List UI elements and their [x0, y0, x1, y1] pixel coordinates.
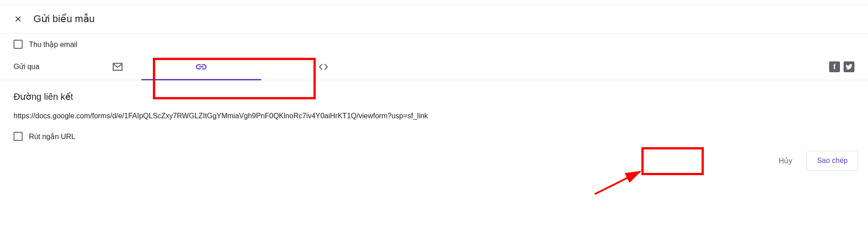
- collect-email-label: Thu thập email: [29, 40, 77, 49]
- dialog-actions: Hủy Sao chép: [773, 151, 858, 171]
- shorten-url-label: Rút ngắn URL: [29, 132, 76, 141]
- share-facebook-button[interactable]: f: [829, 61, 840, 72]
- link-url-field[interactable]: [14, 112, 854, 125]
- shorten-url-checkbox[interactable]: [14, 132, 23, 141]
- link-icon: [195, 60, 208, 73]
- share-twitter-button[interactable]: [844, 61, 854, 72]
- cancel-button[interactable]: Hủy: [773, 152, 799, 170]
- link-heading: Đường liên kết: [14, 91, 854, 102]
- mail-icon: [112, 61, 123, 73]
- close-button[interactable]: [13, 14, 24, 24]
- send-via-label: Gửi qua: [14, 62, 95, 71]
- copy-button[interactable]: Sao chép: [806, 151, 858, 171]
- send-via-row: Gửi qua f: [0, 53, 868, 80]
- annotation-highlight-copy: [641, 147, 704, 175]
- dialog-header: Gửi biểu mẫu: [0, 5, 868, 33]
- code-icon: [318, 61, 329, 73]
- tab-link[interactable]: [140, 54, 262, 80]
- facebook-icon: f: [833, 62, 836, 71]
- tab-embed[interactable]: [262, 54, 384, 80]
- social-share: f: [829, 61, 854, 72]
- close-icon: [14, 14, 23, 23]
- link-section: Đường liên kết: [0, 80, 868, 128]
- shorten-url-row: Rút ngắn URL: [0, 128, 868, 144]
- svg-line-0: [595, 172, 640, 194]
- tab-email[interactable]: [95, 54, 140, 80]
- collect-email-row: Thu thập email: [0, 33, 868, 53]
- collect-email-checkbox[interactable]: [14, 40, 23, 49]
- twitter-icon: [845, 63, 853, 70]
- annotation-arrow-icon: [593, 167, 651, 199]
- dialog-title: Gửi biểu mẫu: [33, 13, 95, 25]
